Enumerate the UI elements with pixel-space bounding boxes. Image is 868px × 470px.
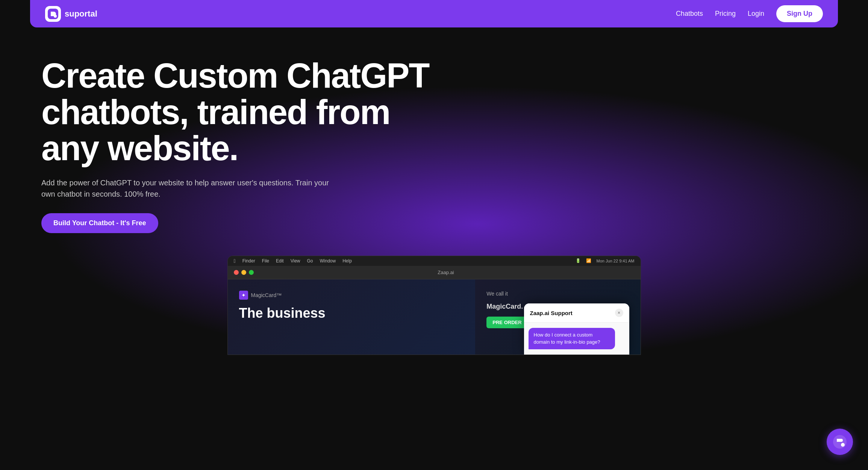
we-call-it-label: We call it — [486, 291, 629, 297]
hero-section: Create Custom ChatGPT chatbots, trained … — [0, 27, 868, 355]
browser-content: ✦ MagicCard™ The business We call it Mag… — [228, 279, 641, 355]
chat-close-button[interactable]: × — [615, 309, 623, 317]
magic-card-heading: The business — [239, 306, 464, 321]
menu-finder: Finder — [242, 258, 255, 264]
menu-view: View — [291, 258, 300, 264]
logo-text: suportal — [65, 9, 97, 19]
svg-point-1 — [54, 15, 57, 18]
magic-card-logo-icon: ✦ — [239, 291, 248, 300]
apple-logo-icon:  — [234, 258, 236, 264]
logo-icon — [45, 6, 61, 22]
chat-widget: Zaap.ai Support × How do I connect a cus… — [524, 303, 629, 354]
browser-window-controls — [234, 270, 254, 275]
floating-chat-button[interactable] — [827, 429, 853, 455]
menu-file: File — [262, 258, 269, 264]
nav-login[interactable]: Login — [748, 10, 764, 18]
nav-chatbots[interactable]: Chatbots — [676, 10, 703, 18]
chat-message-bubble: How do I connect a custom domain to my l… — [529, 328, 615, 349]
hero-content: Create Custom ChatGPT chatbots, trained … — [41, 58, 827, 355]
magic-card-brand-name: MagicCard™ — [251, 292, 282, 298]
website-main-content: ✦ MagicCard™ The business — [228, 279, 476, 355]
browser-topbar: Zaap.ai — [228, 266, 641, 279]
logo[interactable]: suportal — [45, 6, 97, 22]
battery-icon: 🔋 — [576, 258, 581, 263]
chat-widget-body: How do I connect a custom domain to my l… — [524, 323, 629, 354]
menu-help: Help — [342, 258, 352, 264]
pre-order-button[interactable]: PRE ORDER — [486, 317, 527, 328]
wifi-icon: 📶 — [586, 258, 591, 263]
close-dot[interactable] — [234, 270, 239, 275]
browser-mockup:  Finder File Edit View Go Window Help 🔋… — [227, 256, 641, 355]
menu-window: Window — [320, 258, 336, 264]
browser-menubar:  Finder File Edit View Go Window Help 🔋… — [228, 256, 641, 266]
signup-button[interactable]: Sign Up — [776, 5, 823, 22]
navbar: suportal Chatbots Pricing Login Sign Up — [30, 0, 838, 27]
browser-url-bar[interactable]: Zaap.ai — [258, 270, 635, 275]
datetime-display: Mon Jun 22 9:41 AM — [597, 259, 635, 263]
hero-cta-button[interactable]: Build Your Chatbot - It's Free — [41, 213, 158, 233]
svg-point-3 — [841, 443, 845, 447]
chat-widget-header: Zaap.ai Support × — [524, 303, 629, 323]
hero-title: Create Custom ChatGPT chatbots, trained … — [41, 58, 455, 167]
nav-links: Chatbots Pricing Login Sign Up — [676, 5, 823, 22]
nav-pricing[interactable]: Pricing — [715, 10, 736, 18]
browser-status-right: 🔋 📶 Mon Jun 22 9:41 AM — [576, 258, 635, 263]
chat-widget-title: Zaap.ai Support — [530, 310, 573, 316]
magic-card-logo: ✦ MagicCard™ — [239, 291, 464, 300]
minimize-dot[interactable] — [241, 270, 246, 275]
maximize-dot[interactable] — [249, 270, 254, 275]
menu-edit: Edit — [276, 258, 284, 264]
menu-go: Go — [307, 258, 313, 264]
hero-subtitle: Add the power of ChatGPT to your website… — [41, 177, 342, 200]
